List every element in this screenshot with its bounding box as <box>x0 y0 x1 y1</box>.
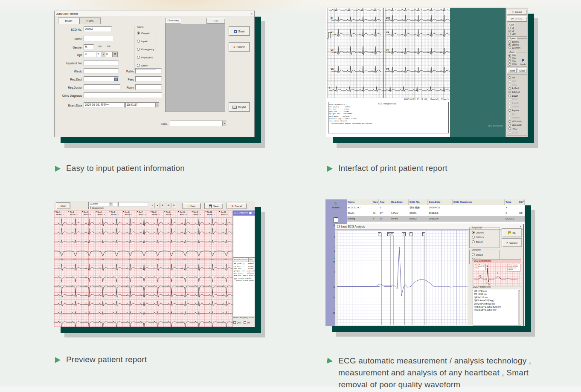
gender-input[interactable]: M <box>84 44 94 50</box>
name-input[interactable] <box>84 36 113 41</box>
zoom-radio-1[interactable]: 25% <box>508 57 516 60</box>
chevron-down-icon[interactable]: ▾ <box>109 202 113 206</box>
ok-button[interactable]: Ok <box>502 228 522 237</box>
scrollbar[interactable]: ▴ <box>518 290 520 325</box>
table-header-4[interactable]: ECG No. <box>409 199 428 205</box>
upxml-button[interactable]: UPXML <box>507 16 527 22</box>
dictionary-listbox[interactable] <box>165 24 225 112</box>
view-button[interactable]: ╲ View <box>182 203 201 209</box>
inpatient-no-input[interactable] <box>84 60 119 66</box>
measurement-checkbox[interactable]: Measurement <box>88 207 104 209</box>
cancel-button[interactable]: × Cancel <box>229 42 250 52</box>
table-header-1[interactable]: Sex <box>372 199 379 205</box>
gain-radio-0[interactable]: x2 <box>508 27 514 29</box>
saveas-button[interactable]: SaveAs <box>520 56 526 65</box>
sidebar-item-refresh[interactable]: ↻Refresh <box>325 201 346 209</box>
zoom-out-icon[interactable]: ⊖ <box>171 203 176 208</box>
duration-radio-0[interactable]: 1000/s <box>472 253 483 256</box>
column-no: No.12 <box>207 211 212 213</box>
table-row-1[interactable]: ShellyM1YInPati.000012011/2/6XHF <box>347 210 525 216</box>
zoom-radio-0[interactable]: 20% <box>508 54 516 57</box>
dictionary-edit-button[interactable]: Edit <box>206 18 225 24</box>
up-arrow-icon[interactable]: ▲ <box>155 203 160 208</box>
typein-radio-0[interactable]: Outpati. <box>137 32 150 35</box>
table-header-6[interactable]: ECG Diagnosis <box>453 199 505 205</box>
zoom-in-icon[interactable]: ⊕ <box>166 203 171 208</box>
keybd-button[interactable]: Keybd <box>229 102 250 112</box>
fees-input[interactable] <box>135 76 162 82</box>
ecg-button[interactable]: ECG <box>56 202 70 209</box>
typein-radio-1[interactable]: Inpati. <box>137 40 148 43</box>
scroll-up-icon[interactable]: ▴ <box>523 199 524 202</box>
table-row-0[interactable]: w□3□C□4□0檔有錄赫2006/4/21X <box>347 205 525 211</box>
ecg-no-input[interactable]: 00003 <box>84 26 112 32</box>
speed-radio-1[interactable]: 25mm/s <box>508 43 519 46</box>
check-qrs[interactable]: QRS <box>233 321 241 324</box>
exam-date-combo[interactable]: 2024-09-02, 星期一▾ <box>84 102 128 108</box>
marker-box-4[interactable]: T| <box>422 232 425 236</box>
req-doctor-input[interactable] <box>84 84 120 90</box>
cancel-label: Cancel <box>236 46 245 49</box>
view-label: View <box>190 205 195 208</box>
gain-radio-2[interactable]: x1/2 <box>508 33 516 35</box>
marker-box-1[interactable]: P|QRS <box>387 232 394 236</box>
print-cancel-button[interactable]: × Cancel <box>507 9 527 15</box>
dictionary-tab[interactable]: Dictionary <box>165 18 181 24</box>
spinner-arrows[interactable]: ▴▾ <box>155 103 159 107</box>
clinic-diagnosis-input[interactable] <box>84 92 162 98</box>
table-header-0[interactable]: Name <box>347 199 372 205</box>
table-row-2[interactable]: testingF2YInPati.000022011/2/6ECG12 <box>347 216 525 222</box>
table-header-2[interactable]: Age <box>379 199 390 205</box>
typein-radio-4[interactable]: Other <box>137 64 148 67</box>
ime-combo[interactable]: ▾ <box>170 121 227 126</box>
marker-box-3[interactable]: T- <box>410 232 413 236</box>
report-format-radio-4[interactable]: 2x6ch+rll <box>508 91 520 93</box>
zoom-radio-2[interactable]: 50% <box>508 60 516 63</box>
amplitude-radio-1[interactable]: 100/mV <box>472 236 484 239</box>
setup-tab-button[interactable]: Setup <box>517 68 527 73</box>
x-icon[interactable]: × <box>150 203 155 208</box>
report-page: 2005/6/23 15:12:02, 10mm/mV, 25mm/s ECG … <box>326 8 450 137</box>
report-format-radio-5[interactable]: 1x12ch <box>508 95 518 97</box>
age-unit-combo[interactable]: Y▾ <box>96 52 106 57</box>
report-tab-button[interactable]: Report <box>507 68 517 73</box>
save-button[interactable]: Save <box>229 26 250 36</box>
gain-radio-1[interactable]: x1 <box>508 30 514 32</box>
check-em[interactable]: EM <box>244 321 250 324</box>
typein-radio-2[interactable]: Emergency <box>137 48 154 51</box>
checkbox-icon[interactable] <box>249 212 252 214</box>
marker-box-2[interactable]: |S| <box>402 232 406 236</box>
room-input[interactable] <box>135 84 162 90</box>
table-header-5[interactable]: Exm.Date <box>428 199 453 205</box>
exam-time-spinner[interactable]: 15:41:57▴▾ <box>125 102 159 108</box>
report-format-radio-12[interactable]: VES-1st/ch <box>508 120 522 123</box>
zoom-radio-3[interactable]: 100% <box>508 63 517 66</box>
speed-radio-2[interactable]: 12.5mm/s <box>508 46 520 49</box>
save-button[interactable]: Save <box>204 203 223 209</box>
report-format-radio-3[interactable]: 4ch3+rll <box>508 87 519 90</box>
report-format-radio-9[interactable]: Anytime <box>508 109 519 112</box>
typein-radio-3[interactable]: Physical E <box>137 56 153 59</box>
age-years-input[interactable]: 0 <box>84 52 96 57</box>
diagnosis-listbox[interactable] <box>233 215 255 258</box>
dept-lookup-icon[interactable] <box>114 78 118 81</box>
file-field[interactable] <box>118 202 148 207</box>
report-format-radio-13[interactable]: VES-1x2ch <box>508 124 522 127</box>
down-arrow-icon[interactable]: ▼ <box>160 203 165 208</box>
report-format-radio-14[interactable]: FRCG <box>508 127 517 130</box>
spin-down-icon[interactable]: ▾ <box>157 105 158 107</box>
amplitude-radio-0[interactable]: 200/mV <box>472 231 484 234</box>
chevron-down-icon[interactable]: ▾ <box>222 121 226 126</box>
table-header-3[interactable]: Req.Dept. <box>390 199 409 205</box>
pencil-icon: ╲ <box>188 205 189 208</box>
req-dept-input[interactable] <box>84 76 119 82</box>
wards-input[interactable] <box>84 68 119 74</box>
table-header-7[interactable]: Type <box>505 199 518 205</box>
cancel-button[interactable]: × Cancel <box>502 238 522 247</box>
marker-box-0[interactable]: P- <box>378 232 381 236</box>
report-format-radio-0[interactable]: Null <box>508 76 515 79</box>
cancel-button[interactable]: × Cancel <box>227 203 247 209</box>
amplitude-radio-2[interactable]: 50/mV <box>472 240 483 243</box>
lead-format-combo[interactable]: 1.12lea/M <box>88 202 118 207</box>
speed-radio-0[interactable]: 50mm/s <box>508 40 519 43</box>
